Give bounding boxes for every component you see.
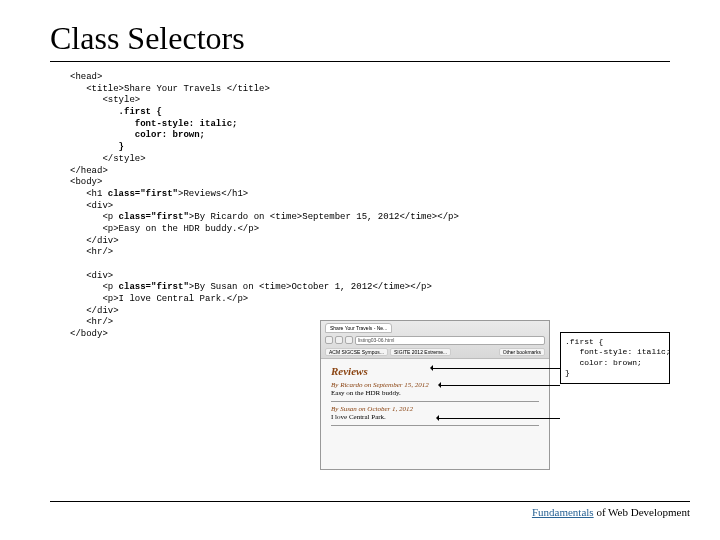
css-callout: .first { font-style: italic; color: brow… [560, 332, 670, 384]
footer-text: of Web Development [594, 506, 690, 518]
rendered-p: Easy on the HDR buddy. [331, 389, 539, 397]
slide-title: Class Selectors [50, 20, 670, 62]
rendered-first-p: By Susan on October 1, 2012 [331, 405, 539, 413]
browser-screenshot: Share Your Travels - Ne... listing03-06.… [320, 320, 550, 470]
arrow-icon [438, 418, 560, 419]
rendered-h1: Reviews [331, 365, 539, 377]
browser-tab: Share Your Travels - Ne... [325, 323, 392, 333]
rendered-page: Reviews By Ricardo on September 15, 2012… [321, 359, 549, 435]
bookmark-other: Other bookmarks [499, 348, 545, 356]
arrow-icon [432, 368, 560, 369]
forward-icon [335, 336, 343, 344]
address-bar: listing03-06.html [355, 336, 545, 345]
code-block: <head> <title>Share Your Travels </title… [50, 72, 670, 341]
bookmark: ACM SIGCSE Sympos... [325, 348, 388, 356]
footer-link: Fundamentals [532, 506, 594, 518]
arrow-icon [440, 385, 560, 386]
footer: Fundamentals of Web Development [50, 501, 690, 518]
bookmark: SIGITE 2012 Extreme... [390, 348, 451, 356]
browser-chrome: Share Your Travels - Ne... listing03-06.… [321, 321, 549, 359]
back-icon [325, 336, 333, 344]
reload-icon [345, 336, 353, 344]
rendered-hr [331, 401, 539, 402]
rendered-hr [331, 425, 539, 426]
